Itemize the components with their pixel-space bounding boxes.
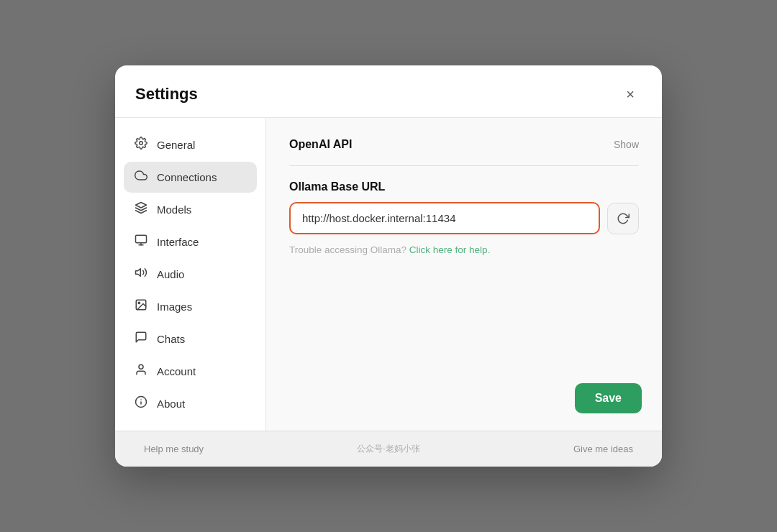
sidebar-item-label-about: About: [157, 398, 185, 410]
sidebar-item-label-account: Account: [157, 365, 196, 377]
sidebar-item-general[interactable]: General: [124, 129, 257, 160]
sidebar-item-models[interactable]: Models: [124, 194, 257, 225]
svg-point-8: [139, 364, 143, 369]
url-row: [289, 202, 639, 234]
sidebar-item-interface[interactable]: Interface: [124, 226, 257, 257]
bottom-left-text: Help me study: [144, 444, 204, 454]
sidebar: General Connections: [115, 118, 266, 431]
ollama-label: Ollama Base URL: [289, 180, 639, 193]
openai-api-row: OpenAI API Show: [289, 138, 639, 151]
trouble-prefix: Trouble accessing Ollama?: [289, 244, 409, 255]
info-icon: [134, 395, 148, 412]
svg-marker-1: [136, 203, 147, 208]
sidebar-item-label-chats: Chats: [157, 333, 185, 345]
cloud-icon: [134, 169, 148, 185]
sidebar-item-label-audio: Audio: [157, 268, 184, 280]
sidebar-item-account[interactable]: Account: [124, 356, 257, 387]
sidebar-item-label-general: General: [157, 139, 195, 151]
svg-marker-5: [136, 269, 141, 277]
main-content: OpenAI API Show Ollama Base URL Trouble: [266, 118, 662, 431]
sidebar-item-connections[interactable]: Connections: [124, 162, 257, 193]
close-button[interactable]: ×: [619, 83, 642, 106]
bottom-bar: Help me study 公众号·老妈小张 Give me ideas: [115, 431, 662, 467]
chat-icon: [134, 331, 148, 347]
sidebar-item-chats[interactable]: Chats: [124, 324, 257, 354]
modal-header: Settings ×: [115, 65, 662, 118]
trouble-text: Trouble accessing Ollama? Click here for…: [289, 244, 639, 255]
sidebar-item-label-images: Images: [157, 301, 192, 313]
svg-rect-2: [136, 235, 147, 243]
sidebar-item-audio[interactable]: Audio: [124, 259, 257, 290]
refresh-button[interactable]: [607, 203, 639, 234]
sidebar-item-images[interactable]: Images: [124, 291, 257, 322]
sidebar-item-label-interface: Interface: [157, 236, 199, 248]
user-icon: [134, 363, 148, 380]
gear-icon: [134, 137, 148, 153]
sidebar-item-about[interactable]: About: [124, 388, 257, 419]
divider: [289, 165, 639, 166]
sidebar-item-label-models: Models: [157, 203, 191, 216]
volume-icon: [134, 266, 148, 283]
watermark-text: 公众号·老妈小张: [357, 443, 419, 455]
ollama-url-input[interactable]: [289, 202, 600, 234]
svg-point-7: [138, 302, 140, 303]
image-icon: [134, 298, 148, 315]
bottom-right-text: Give me ideas: [573, 444, 633, 454]
monitor-icon: [134, 234, 148, 250]
modal-body: General Connections: [115, 118, 662, 431]
save-button[interactable]: Save: [575, 383, 642, 413]
show-button[interactable]: Show: [614, 139, 639, 150]
sidebar-item-label-connections: Connections: [157, 171, 217, 183]
overlay: Settings × General: [0, 0, 777, 532]
modal-title: Settings: [135, 85, 198, 104]
layers-icon: [134, 201, 148, 218]
openai-api-label: OpenAI API: [289, 138, 352, 151]
svg-point-0: [140, 142, 143, 145]
trouble-link[interactable]: Click here for help.: [409, 244, 491, 255]
